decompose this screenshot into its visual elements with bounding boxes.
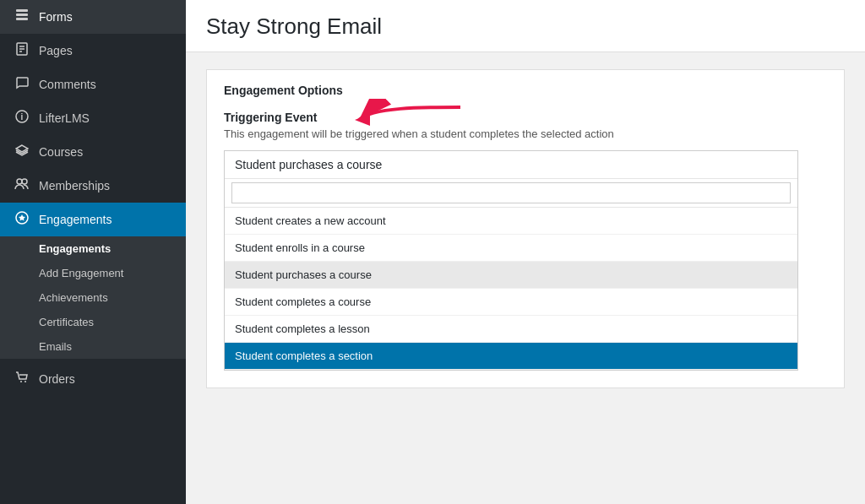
triggering-label-row: Triggering Event (224, 111, 827, 124)
engagement-options-box: Engagement Options Triggering Event (206, 69, 845, 388)
sidebar-item-forms-label: Forms (39, 10, 73, 24)
sidebar-item-comments[interactable]: Comments (0, 68, 186, 101)
sidebar: Forms Pages Comments i LifterLMS Courses… (0, 0, 186, 504)
sidebar-item-memberships[interactable]: Memberships (0, 169, 186, 203)
lifterlms-icon: i (14, 110, 30, 127)
sidebar-item-courses[interactable]: Courses (0, 135, 186, 169)
page-title: Stay Strong Email (206, 14, 845, 40)
dropdown-search-input[interactable] (231, 182, 791, 203)
sidebar-item-lifterlms[interactable]: i LifterLMS (0, 101, 186, 135)
courses-icon (14, 144, 30, 160)
submenu-item-emails[interactable]: Emails (0, 334, 186, 359)
page-header: Stay Strong Email (186, 0, 865, 52)
dropdown-selected-value[interactable]: Student purchases a course (225, 151, 797, 179)
svg-point-9 (17, 179, 22, 184)
sidebar-item-forms[interactable]: Forms (0, 0, 186, 34)
comments-icon (14, 76, 30, 93)
triggering-event-dropdown[interactable]: Student purchases a course Student creat… (224, 150, 798, 371)
dropdown-option-purchases-course[interactable]: Student purchases a course (225, 262, 797, 289)
sidebar-item-engagements[interactable]: Engagements (0, 203, 186, 236)
engagements-icon (14, 211, 30, 228)
svg-point-10 (22, 179, 27, 184)
orders-icon (14, 371, 30, 387)
triggering-event-label: Triggering Event (224, 111, 317, 124)
svg-rect-1 (16, 14, 28, 16)
content-area: Engagement Options Triggering Event (186, 52, 865, 504)
dropdown-option-completes-lesson[interactable]: Student completes a lesson (225, 316, 797, 343)
memberships-icon (14, 177, 30, 194)
sidebar-item-orders-label: Orders (39, 372, 75, 386)
dropdown-option-enrolls-course[interactable]: Student enrolls in a course (225, 235, 797, 262)
triggering-section: Triggering Event This engagement will (224, 111, 827, 371)
sidebar-item-comments-label: Comments (39, 78, 96, 91)
dropdown-options-list: Student creates a new account Student en… (225, 208, 797, 370)
triggering-description: This engagement will be triggered when a… (224, 127, 827, 140)
engagement-options-title: Engagement Options (224, 84, 827, 97)
submenu-item-achievements[interactable]: Achievements (0, 285, 186, 310)
svg-text:i: i (21, 112, 24, 122)
sidebar-item-memberships-label: Memberships (39, 179, 110, 192)
dropdown-option-new-account[interactable]: Student creates a new account (225, 208, 797, 235)
sidebar-item-lifterlms-label: LifterLMS (39, 111, 90, 125)
submenu-item-add-engagement[interactable]: Add Engagement (0, 261, 186, 285)
pages-icon (14, 42, 30, 59)
engagements-submenu: Engagements Add Engagement Achievements … (0, 236, 186, 359)
dropdown-option-completes-course[interactable]: Student completes a course (225, 289, 797, 316)
sidebar-item-pages-label: Pages (39, 44, 73, 57)
sidebar-item-pages[interactable]: Pages (0, 34, 186, 68)
svg-point-12 (20, 381, 22, 382)
submenu-item-certificates[interactable]: Certificates (0, 310, 186, 334)
svg-marker-15 (355, 114, 370, 126)
svg-rect-0 (16, 9, 28, 12)
submenu-item-engagements[interactable]: Engagements (0, 236, 186, 261)
dropdown-search-area (225, 179, 797, 208)
dropdown-option-completes-section[interactable]: Student completes a section (225, 343, 797, 370)
svg-point-13 (24, 381, 26, 382)
main-content: Stay Strong Email Engagement Options Tri… (186, 0, 865, 504)
svg-rect-2 (16, 18, 28, 20)
sidebar-item-courses-label: Courses (39, 145, 83, 159)
forms-icon (14, 8, 30, 25)
sidebar-item-engagements-label: Engagements (39, 213, 112, 226)
sidebar-item-orders[interactable]: Orders (0, 362, 186, 396)
